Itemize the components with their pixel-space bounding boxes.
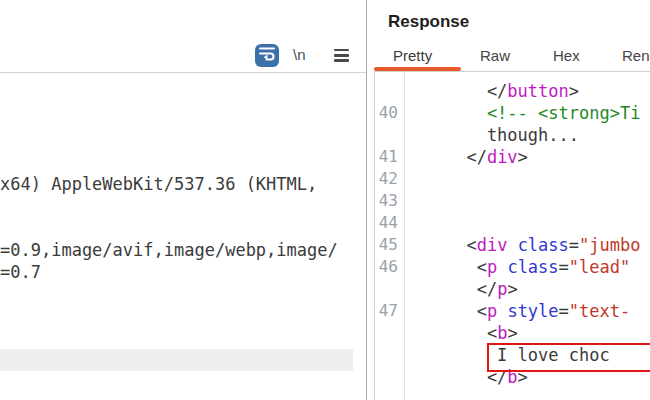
code-token-plain: I love choc xyxy=(405,345,610,365)
code-token-plain: > xyxy=(518,147,528,167)
code-line-search-match: I love choc xyxy=(405,344,650,366)
code-token-tag: p xyxy=(487,301,497,321)
code-token-comment: <!-- <strong>Ti xyxy=(405,103,640,123)
request-toolbar: \n xyxy=(0,0,366,73)
code-line: though... xyxy=(405,124,650,146)
request-line: =0.9,image/avif,image/webp,image/ xyxy=(0,239,366,261)
line-number: 47 xyxy=(375,300,404,322)
code-token-tag: b xyxy=(507,367,517,387)
code-line xyxy=(405,212,650,234)
code-token-value: "text- xyxy=(569,301,630,321)
code-token-plain: > xyxy=(507,279,517,299)
request-line xyxy=(0,151,366,173)
code-token-plain: </ xyxy=(405,367,507,387)
code-token-plain: < xyxy=(405,235,477,255)
code-line xyxy=(405,168,650,190)
line-number: 40 xyxy=(375,102,404,124)
code-line: <div class="jumbo xyxy=(405,234,650,256)
code-token-plain: = xyxy=(559,301,569,321)
line-number xyxy=(375,322,404,344)
code-token-plain: > xyxy=(569,81,579,101)
code-line: <b> xyxy=(405,322,650,344)
code-token-plain: </ xyxy=(405,147,487,167)
request-line xyxy=(0,129,366,151)
line-number: 44 xyxy=(375,212,404,234)
code-token-plain: < xyxy=(405,257,487,277)
response-title: Response xyxy=(388,12,469,32)
request-line xyxy=(0,327,366,349)
response-code: </button> <!-- <strong>Ti though... </di… xyxy=(405,72,650,388)
code-token-tag: p xyxy=(497,279,507,299)
code-token-plain: > xyxy=(518,367,528,387)
line-number: 45 xyxy=(375,234,404,256)
request-line xyxy=(0,283,366,305)
line-number xyxy=(375,124,404,146)
line-number: 41 xyxy=(375,146,404,168)
code-token-plain: > xyxy=(507,323,517,343)
hamburger-menu-icon[interactable] xyxy=(334,49,349,62)
line-number-gutter: 4041424344454647 xyxy=(375,72,404,388)
code-token-plain: though... xyxy=(405,125,579,145)
code-line xyxy=(405,190,650,212)
word-wrap-icon xyxy=(259,46,275,65)
code-line: </button> xyxy=(405,80,650,102)
app-window: \n x64) AppleWebKit/537.36 (KHTML,=0.9,i… xyxy=(0,0,650,400)
code-token-plain: </ xyxy=(405,81,507,101)
code-line: <!-- <strong>Ti xyxy=(405,102,650,124)
code-token-attr: class xyxy=(507,257,558,277)
word-wrap-toggle-button[interactable] xyxy=(255,44,279,67)
code-line: </p> xyxy=(405,278,650,300)
code-line: <p style="text- xyxy=(405,300,650,322)
code-token-plain: < xyxy=(405,323,497,343)
tab-raw[interactable]: Raw xyxy=(480,47,510,64)
code-token-plain: = xyxy=(569,235,579,255)
request-line-highlighted xyxy=(0,349,353,371)
line-number: 43 xyxy=(375,190,404,212)
request-line xyxy=(0,305,366,327)
code-token-tag: button xyxy=(507,81,568,101)
line-number xyxy=(375,366,404,388)
code-token-attr: class xyxy=(518,235,569,255)
code-token-value: "lead" xyxy=(569,257,630,277)
code-token-plain xyxy=(497,257,507,277)
request-editor[interactable]: x64) AppleWebKit/537.36 (KHTML,=0.9,imag… xyxy=(0,73,366,400)
code-token-plain xyxy=(497,301,507,321)
code-token-plain: < xyxy=(405,301,487,321)
response-panel: Response Pretty Raw Hex Render 404142434… xyxy=(367,0,650,400)
response-editor[interactable]: 4041424344454647 </button> <!-- <strong>… xyxy=(374,71,650,400)
code-token-tag: div xyxy=(477,235,508,255)
tab-render[interactable]: Render xyxy=(622,47,650,64)
code-line: </b> xyxy=(405,366,650,388)
code-token-tag: b xyxy=(497,323,507,343)
code-token-plain xyxy=(507,235,517,255)
tab-pretty[interactable]: Pretty xyxy=(393,47,432,64)
line-number: 42 xyxy=(375,168,404,190)
line-number xyxy=(375,80,404,102)
request-line xyxy=(0,85,366,107)
request-line xyxy=(0,107,366,129)
tab-hex[interactable]: Hex xyxy=(553,47,580,64)
line-number xyxy=(375,278,404,300)
code-token-attr: style xyxy=(507,301,558,321)
code-line: </div> xyxy=(405,146,650,168)
line-number: 46 xyxy=(375,256,404,278)
request-panel: \n x64) AppleWebKit/537.36 (KHTML,=0.9,i… xyxy=(0,0,366,400)
code-token-tag: p xyxy=(487,257,497,277)
code-token-plain: = xyxy=(559,257,569,277)
code-token-plain: </ xyxy=(405,279,497,299)
code-line: <p class="lead" xyxy=(405,256,650,278)
show-newlines-button[interactable]: \n xyxy=(293,46,306,63)
code-token-tag: div xyxy=(487,147,518,167)
request-line xyxy=(0,217,366,239)
request-line: =0.7 xyxy=(0,261,366,283)
code-token-value: "jumbo xyxy=(579,235,640,255)
line-number xyxy=(375,344,404,366)
request-line: x64) AppleWebKit/537.36 (KHTML, xyxy=(0,173,366,195)
request-line xyxy=(0,195,366,217)
